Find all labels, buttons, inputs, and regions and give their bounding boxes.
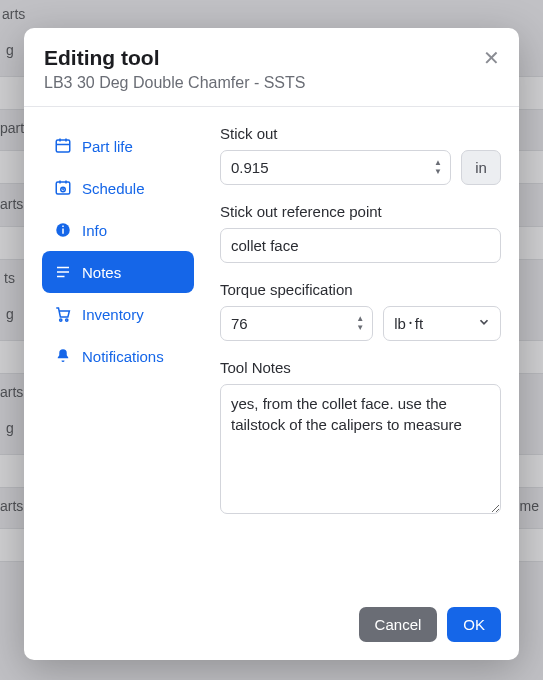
sidebar: Part life Schedule Info Notes xyxy=(42,125,194,593)
field-torque: Torque specification ▲▼ xyxy=(220,281,501,341)
form-area: Stick out ▲▼ in Stick out reference poin… xyxy=(220,125,501,593)
bell-icon xyxy=(54,347,72,365)
ref-point-label: Stick out reference point xyxy=(220,203,501,220)
schedule-icon xyxy=(54,179,72,197)
modal-header: Editing tool LB3 30 Deg Double Chamfer -… xyxy=(24,28,519,107)
torque-label: Torque specification xyxy=(220,281,501,298)
sidebar-item-schedule[interactable]: Schedule xyxy=(42,167,194,209)
modal-footer: Cancel OK xyxy=(24,593,519,660)
sidebar-item-info[interactable]: Info xyxy=(42,209,194,251)
field-stick-out: Stick out ▲▼ in xyxy=(220,125,501,185)
notes-icon xyxy=(54,263,72,281)
close-icon: ✕ xyxy=(483,48,500,68)
sidebar-item-notifications[interactable]: Notifications xyxy=(42,335,194,377)
ok-button[interactable]: OK xyxy=(447,607,501,642)
torque-input[interactable] xyxy=(220,306,373,341)
part-life-icon xyxy=(54,137,72,155)
stick-out-input[interactable] xyxy=(220,150,451,185)
tool-notes-textarea[interactable] xyxy=(220,384,501,514)
stick-out-stepper[interactable]: ▲▼ xyxy=(431,158,445,178)
inventory-icon xyxy=(54,305,72,323)
sidebar-item-part-life[interactable]: Part life xyxy=(42,125,194,167)
sidebar-item-inventory[interactable]: Inventory xyxy=(42,293,194,335)
cancel-button[interactable]: Cancel xyxy=(359,607,438,642)
svg-point-6 xyxy=(60,319,62,321)
svg-rect-5 xyxy=(62,226,64,228)
tool-notes-label: Tool Notes xyxy=(220,359,501,376)
sidebar-item-label: Notes xyxy=(82,264,121,281)
modal-title: Editing tool xyxy=(44,46,499,70)
torque-stepper[interactable]: ▲▼ xyxy=(353,314,367,334)
svg-rect-0 xyxy=(56,140,70,152)
sidebar-item-label: Notifications xyxy=(82,348,164,365)
modal-subtitle: LB3 30 Deg Double Chamfer - SSTS xyxy=(44,74,499,92)
sidebar-item-label: Inventory xyxy=(82,306,144,323)
stick-out-unit: in xyxy=(461,150,501,185)
editing-tool-modal: Editing tool LB3 30 Deg Double Chamfer -… xyxy=(24,28,519,660)
info-icon xyxy=(54,221,72,239)
svg-point-7 xyxy=(66,319,68,321)
ref-point-input[interactable] xyxy=(220,228,501,263)
torque-unit-select[interactable] xyxy=(383,306,501,341)
stick-out-label: Stick out xyxy=(220,125,501,142)
field-tool-notes: Tool Notes xyxy=(220,359,501,518)
close-button[interactable]: ✕ xyxy=(479,46,503,70)
svg-rect-4 xyxy=(62,229,64,234)
field-ref-point: Stick out reference point xyxy=(220,203,501,263)
sidebar-item-notes[interactable]: Notes xyxy=(42,251,194,293)
sidebar-item-label: Part life xyxy=(82,138,133,155)
sidebar-item-label: Info xyxy=(82,222,107,239)
modal-body: Part life Schedule Info Notes xyxy=(24,107,519,593)
sidebar-item-label: Schedule xyxy=(82,180,145,197)
